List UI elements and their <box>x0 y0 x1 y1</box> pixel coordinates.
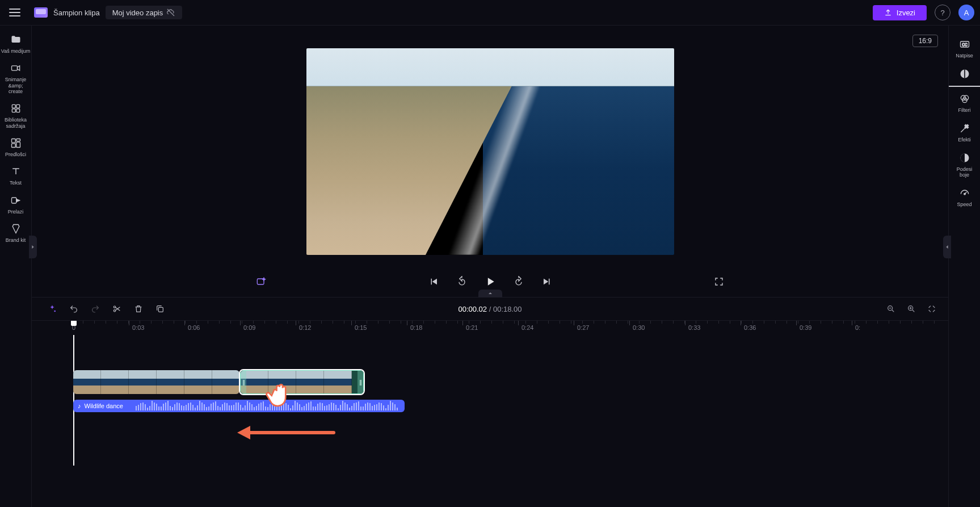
sidebar-right: CC Natpise Filteri Efekti Podesi boje <box>948 26 980 507</box>
sidebar-item-library[interactable]: Biblioteka sadržaja <box>0 98 32 132</box>
svg-rect-6 <box>11 139 15 143</box>
templates-icon <box>0 137 32 149</box>
sidebar-item-label: Snimanje &amp; create <box>0 77 32 94</box>
right-item-captions[interactable]: CC Natpise <box>949 32 981 62</box>
audio-clip-title: Wildlife dance <box>85 403 123 409</box>
right-item-label: Efekti <box>949 137 981 143</box>
right-item-label: Natpise <box>949 53 981 58</box>
svg-rect-4 <box>12 109 15 112</box>
redo-button[interactable] <box>89 302 102 316</box>
export-button[interactable]: Izvezi <box>873 5 927 20</box>
transitions-icon <box>0 194 32 207</box>
audio-clip[interactable]: ♪ Wildlife dance <box>73 400 405 412</box>
timeline-ruler[interactable]: 00:030:060:090:120:150:180:210:240:270:3… <box>32 320 948 335</box>
sidebar-item-label: Prelazi <box>0 209 32 215</box>
svg-rect-9 <box>11 144 15 148</box>
clip-trim-handle-left[interactable]: ‖ <box>241 371 246 393</box>
video-clip-2-selected[interactable]: ‖ ‖ <box>240 370 364 394</box>
project-name[interactable]: Moj video zapis <box>106 6 183 19</box>
ai-enhance-button[interactable] <box>254 275 268 288</box>
svg-rect-3 <box>16 105 19 108</box>
sidebar-item-templates[interactable]: Predlošci <box>0 132 32 161</box>
brandkit-icon <box>0 223 32 235</box>
video-clip-1[interactable] <box>73 370 239 394</box>
sidebar-right-collapse[interactable] <box>943 236 951 258</box>
folder-icon <box>0 33 32 46</box>
effects-icon <box>949 122 981 135</box>
user-avatar[interactable]: A <box>958 5 974 20</box>
speed-icon <box>949 187 981 199</box>
text-icon <box>0 165 32 178</box>
svg-rect-8 <box>16 142 20 147</box>
skip-start-button[interactable] <box>427 275 440 288</box>
sidebar-item-text[interactable]: Tekst <box>0 161 32 189</box>
fullscreen-button[interactable] <box>712 275 726 288</box>
sidebar-item-label: Biblioteka sadržaja <box>0 117 32 129</box>
svg-text:CC: CC <box>962 43 968 47</box>
export-label: Izvezi <box>897 9 915 17</box>
clip-trim-handle-right[interactable]: ‖ <box>357 371 363 393</box>
skip-end-button[interactable] <box>540 275 554 288</box>
right-item-label: Filteri <box>949 107 981 113</box>
split-button[interactable] <box>110 302 124 316</box>
project-name-label: Moj video zapis <box>112 9 163 17</box>
annotation-arrow-icon <box>234 421 337 444</box>
right-item-transitions[interactable] <box>949 62 981 87</box>
zoom-in-button[interactable] <box>905 303 918 315</box>
brand-title: Šampion klipa <box>53 9 100 17</box>
cloud-sync-off-icon <box>166 8 175 17</box>
sidebar-left: Vaš medijum Snimanje &amp; create Biblio… <box>0 26 32 507</box>
undo-button[interactable] <box>67 302 81 316</box>
aspect-ratio-select[interactable]: 16:9 <box>912 35 938 47</box>
sidebar-item-label: Brand kit <box>0 237 32 243</box>
svg-rect-10 <box>11 198 16 203</box>
sidebar-item-transitions[interactable]: Prelazi <box>0 190 32 218</box>
right-item-label: Podesi boje <box>949 166 981 178</box>
seek-forward-button[interactable] <box>512 275 525 288</box>
sidebar-item-label: Predlošci <box>0 152 32 157</box>
library-icon <box>0 102 32 115</box>
svg-point-26 <box>964 193 965 195</box>
timeline-timecode: 00:00.02 / 00:18.00 <box>458 305 521 313</box>
transition-split-icon <box>949 68 981 80</box>
camera-icon <box>0 62 32 74</box>
svg-line-0 <box>167 9 174 16</box>
right-item-adjust-colors[interactable]: Podesi boje <box>949 146 981 181</box>
right-item-speed[interactable]: Speed <box>949 181 981 211</box>
right-item-effects[interactable]: Efekti <box>949 116 981 146</box>
timeline-tracks[interactable]: ‖ ‖ ♪ Wildlife dance <box>32 335 948 466</box>
zoom-fit-button[interactable] <box>926 303 938 315</box>
video-preview[interactable] <box>32 26 948 266</box>
video-frame <box>306 48 674 255</box>
svg-rect-5 <box>16 109 19 112</box>
right-item-label: Speed <box>949 202 981 207</box>
help-button[interactable]: ? <box>935 5 950 20</box>
svg-rect-15 <box>158 307 163 312</box>
adjust-colors-icon <box>949 152 981 164</box>
seek-back-button[interactable] <box>455 275 469 288</box>
app-logo-icon <box>34 7 48 18</box>
svg-rect-7 <box>16 139 20 141</box>
timeline-resize-handle[interactable] <box>478 290 502 298</box>
svg-rect-1 <box>11 66 17 70</box>
svg-point-12 <box>54 311 56 312</box>
captions-icon: CC <box>949 38 981 51</box>
play-button[interactable] <box>483 275 497 288</box>
sidebar-item-brandkit[interactable]: Brand kit <box>0 218 32 246</box>
delete-button[interactable] <box>132 302 145 316</box>
filters-icon <box>949 93 981 105</box>
sidebar-item-media[interactable]: Vaš medijum <box>0 29 32 57</box>
zoom-out-button[interactable] <box>885 303 897 315</box>
duplicate-button[interactable] <box>153 302 167 316</box>
menu-button[interactable] <box>6 3 24 22</box>
sidebar-item-label: Tekst <box>0 180 32 186</box>
sidebar-item-label: Vaš medijum <box>0 48 32 54</box>
upload-icon <box>884 9 892 16</box>
music-note-icon: ♪ <box>78 403 81 409</box>
ai-tools-button[interactable] <box>45 302 59 316</box>
sidebar-item-record[interactable]: Snimanje &amp; create <box>0 57 32 98</box>
right-item-filters[interactable]: Filteri <box>949 87 981 116</box>
svg-rect-2 <box>12 105 15 108</box>
